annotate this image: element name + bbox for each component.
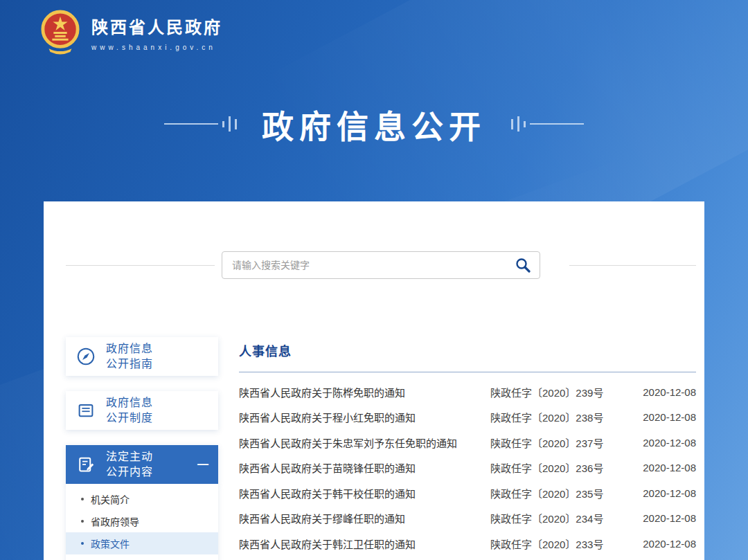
doc-number: 陕政任字〔2020〕234号 xyxy=(490,511,632,525)
sidebar-item-statutory-disclosure[interactable]: 法定主动 公开内容 — xyxy=(66,445,218,484)
news-row[interactable]: 陕西省人民政府关于程小红免职的通知 陕政任字〔2020〕238号 2020-12… xyxy=(239,405,696,431)
submenu-item-label: 省政府领导 xyxy=(91,514,139,528)
submenu-item-policy-documents[interactable]: 政策文件 xyxy=(66,532,218,554)
news-date: 2020-12-08 xyxy=(632,411,696,423)
news-title: 陕西省人民政府关于程小红免职的通知 xyxy=(239,410,490,424)
news-date: 2020-12-08 xyxy=(632,487,696,499)
news-row[interactable]: 陕西省人民政府关于缪峰任职的通知 陕政任字〔2020〕234号 2020-12-… xyxy=(239,506,696,532)
submenu-item-agency-intro[interactable]: 机关简介 xyxy=(66,488,218,510)
doc-number: 陕政任字〔2020〕237号 xyxy=(490,435,632,450)
bullet-icon xyxy=(81,498,84,500)
news-date: 2020-12-08 xyxy=(632,538,696,550)
doc-number: 陕政任字〔2020〕235号 xyxy=(490,486,632,500)
banner: 政府信息公开 xyxy=(0,101,748,147)
news-title: 陕西省人民政府关于陈桦免职的通知 xyxy=(239,385,490,399)
sidebar: 政府信息 公开指南 政府信息 公开制度 法定主动 公 xyxy=(66,337,218,560)
sidebar-item-disclosure-guide[interactable]: 政府信息 公开指南 xyxy=(66,337,218,376)
bullet-icon xyxy=(81,542,84,545)
news-title: 陕西省人民政府关于朱忠军刘予东任免职的通知 xyxy=(239,435,490,450)
content-card: 政府信息 公开指南 政府信息 公开制度 法定主动 公 xyxy=(44,201,704,560)
logo-text: 陕西省人民政府 www.shaanxi.gov.cn xyxy=(91,14,222,51)
news-date: 2020-12-08 xyxy=(632,512,696,524)
news-title: 陕西省人民政府关于苗晓锋任职的通知 xyxy=(239,460,490,475)
news-title: 陕西省人民政府关于韩江卫任职的通知 xyxy=(239,536,490,551)
doc-number: 陕政任字〔2020〕239号 xyxy=(490,385,632,399)
section-header: 人事信息 xyxy=(239,337,696,372)
news-row[interactable]: 陕西省人民政府关于朱忠军刘予东任免职的通知 陕政任字〔2020〕237号 202… xyxy=(239,430,696,455)
sidebar-item-disclosure-system[interactable]: 政府信息 公开制度 xyxy=(66,391,218,430)
search-icon xyxy=(515,257,531,273)
search-divider-right xyxy=(569,265,696,266)
news-title: 陕西省人民政府关于缪峰任职的通知 xyxy=(239,511,490,525)
submenu-item-planning-info[interactable]: 规划信息 xyxy=(66,554,218,560)
doc-number: 陕政任字〔2020〕233号 xyxy=(490,536,632,551)
search-box xyxy=(222,251,540,279)
document-icon xyxy=(75,400,96,421)
collapse-icon[interactable]: — xyxy=(197,458,208,471)
compass-icon xyxy=(75,346,96,367)
news-row[interactable]: 陕西省人民政府关于韩江卫任职的通知 陕政任字〔2020〕233号 2020-12… xyxy=(239,531,696,557)
national-emblem-icon xyxy=(40,8,80,57)
bullet-icon xyxy=(81,520,84,523)
sidebar-item-label: 法定主动 公开内容 xyxy=(106,449,153,479)
sidebar-item-label: 政府信息 公开制度 xyxy=(106,395,153,425)
site-logo[interactable]: 陕西省人民政府 www.shaanxi.gov.cn xyxy=(40,8,222,57)
news-date: 2020-12-08 xyxy=(632,462,696,473)
title-decoration-left xyxy=(164,116,237,132)
doc-number: 陕政任字〔2020〕238号 xyxy=(490,410,632,424)
news-title: 陕西省人民政府关于韩干校任职的通知 xyxy=(239,486,490,500)
submenu-item-label: 机关简介 xyxy=(91,492,130,506)
submenu-item-label: 政策文件 xyxy=(91,536,130,550)
main-content: 人事信息 陕西省人民政府关于陈桦免职的通知 陕政任字〔2020〕239号 202… xyxy=(239,337,696,560)
news-row[interactable]: 陕西省人民政府关于苗晓锋任职的通知 陕政任字〔2020〕236号 2020-12… xyxy=(239,455,696,481)
news-row[interactable]: 陕西省人民政府关于陈桦免职的通知 陕政任字〔2020〕239号 2020-12-… xyxy=(239,379,696,405)
submenu-item-government-leaders[interactable]: 省政府领导 xyxy=(66,510,218,532)
section-title: 人事信息 xyxy=(239,345,292,359)
news-date: 2020-12-08 xyxy=(632,386,696,398)
search-input[interactable] xyxy=(232,260,513,271)
doc-number: 陕政任字〔2020〕236号 xyxy=(490,460,632,475)
site-url: www.shaanxi.gov.cn xyxy=(91,44,222,51)
content-columns: 政府信息 公开指南 政府信息 公开制度 法定主动 公 xyxy=(66,337,696,560)
page-title: 政府信息公开 xyxy=(262,101,486,147)
search-button[interactable] xyxy=(513,255,533,275)
sidebar-item-label: 政府信息 公开指南 xyxy=(106,341,153,371)
sidebar-submenu: 机关简介 省政府领导 政策文件 规划信息 xyxy=(66,484,218,560)
title-decoration-right xyxy=(511,116,584,132)
news-list: 陕西省人民政府关于陈桦免职的通知 陕政任字〔2020〕239号 2020-12-… xyxy=(239,379,696,557)
search-section xyxy=(66,251,696,279)
news-date: 2020-12-08 xyxy=(632,437,696,449)
search-divider-left xyxy=(66,265,215,266)
clipboard-pencil-icon xyxy=(75,454,96,475)
site-name: 陕西省人民政府 xyxy=(91,14,222,38)
news-row[interactable]: 陕西省人民政府关于韩干校任职的通知 陕政任字〔2020〕235号 2020-12… xyxy=(239,480,696,506)
